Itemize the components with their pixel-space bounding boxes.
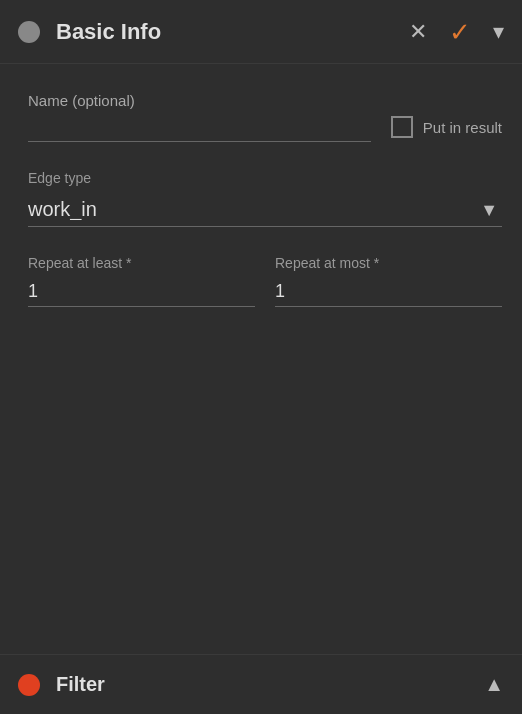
edge-type-select[interactable]: work_in work_out transfer belongs_to [28, 192, 502, 227]
footer: Filter ▲ [0, 654, 522, 714]
name-label: Name (optional) [28, 92, 371, 109]
header-title: Basic Info [56, 19, 409, 45]
footer-expand-icon[interactable]: ▲ [484, 673, 504, 696]
put-in-result-checkbox[interactable] [391, 116, 413, 138]
repeat-at-most-field: Repeat at most * [275, 255, 502, 307]
repeat-at-most-input[interactable] [275, 277, 502, 307]
edge-type-wrapper: work_in work_out transfer belongs_to ▼ [28, 192, 502, 227]
repeat-at-least-input[interactable] [28, 277, 255, 307]
collapse-icon[interactable]: ▾ [493, 21, 504, 43]
put-in-result-group: Put in result [391, 116, 502, 142]
header: Basic Info ✕ ✓ ▾ [0, 0, 522, 64]
repeat-row: Repeat at least * Repeat at most * [28, 255, 502, 307]
edge-type-section: Edge type work_in work_out transfer belo… [28, 170, 502, 227]
name-row: Name (optional) Put in result [28, 92, 502, 142]
repeat-at-most-label: Repeat at most * [275, 255, 502, 271]
header-status-circle [18, 21, 40, 43]
main-content: Name (optional) Put in result Edge type … [0, 64, 522, 654]
confirm-icon[interactable]: ✓ [449, 19, 471, 45]
name-input[interactable] [28, 115, 371, 142]
put-in-result-label: Put in result [423, 119, 502, 136]
header-actions: ✕ ✓ ▾ [409, 19, 504, 45]
footer-title: Filter [56, 673, 484, 696]
repeat-at-least-label: Repeat at least * [28, 255, 255, 271]
close-icon[interactable]: ✕ [409, 21, 427, 43]
name-field: Name (optional) [28, 92, 371, 142]
footer-status-circle [18, 674, 40, 696]
repeat-at-least-field: Repeat at least * [28, 255, 255, 307]
edge-type-label: Edge type [28, 170, 502, 186]
